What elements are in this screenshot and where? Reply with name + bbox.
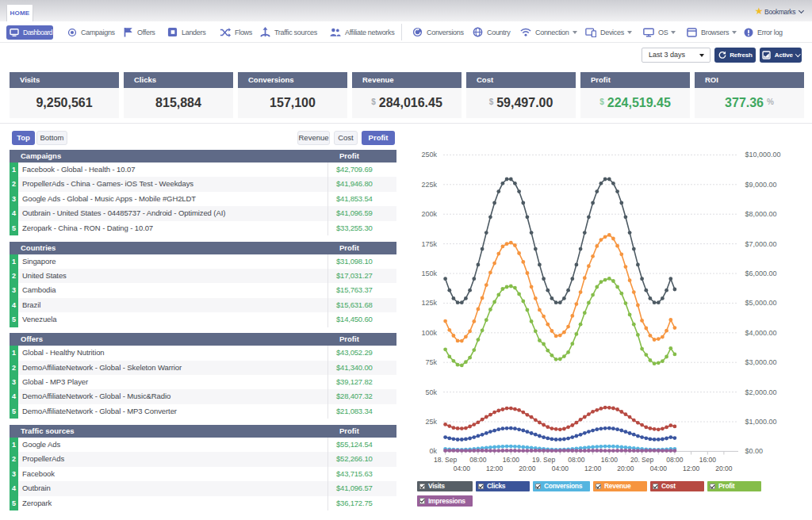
svg-text:19. Sep: 19. Sep	[532, 456, 556, 464]
svg-text:$4,000.00: $4,000.00	[745, 329, 777, 337]
svg-text:16:00: 16:00	[503, 456, 520, 464]
svg-text:$3,000.00: $3,000.00	[745, 358, 777, 366]
svg-text:$2,000.00: $2,000.00	[745, 388, 777, 396]
svg-text:20:00: 20:00	[519, 465, 536, 472]
svg-text:08:00: 08:00	[568, 456, 585, 464]
svg-text:0k: 0k	[429, 447, 437, 455]
svg-text:225k: 225k	[421, 181, 437, 189]
svg-text:18. Sep: 18. Sep	[434, 456, 458, 464]
svg-text:$10,000.00: $10,000.00	[745, 151, 781, 159]
svg-text:12:00: 12:00	[584, 465, 602, 472]
svg-text:75k: 75k	[425, 358, 437, 366]
svg-text:$1,000.00: $1,000.00	[745, 418, 777, 426]
svg-text:04:00: 04:00	[454, 465, 471, 472]
svg-text:08:00: 08:00	[469, 456, 487, 464]
svg-text:25k: 25k	[425, 418, 437, 426]
svg-text:12:00: 12:00	[683, 465, 700, 472]
svg-text:$8,000.00: $8,000.00	[745, 210, 777, 218]
svg-text:04:00: 04:00	[650, 465, 668, 472]
svg-text:04:00: 04:00	[552, 465, 569, 472]
svg-text:16:00: 16:00	[699, 456, 717, 464]
svg-text:200k: 200k	[421, 210, 437, 218]
svg-text:20:00: 20:00	[617, 465, 634, 472]
svg-text:08:00: 08:00	[666, 456, 684, 464]
svg-text:50k: 50k	[425, 388, 437, 396]
svg-text:100k: 100k	[421, 329, 437, 337]
svg-text:250k: 250k	[421, 151, 437, 159]
svg-text:20. Sep: 20. Sep	[630, 456, 654, 464]
svg-text:$5,000.00: $5,000.00	[745, 299, 777, 307]
svg-text:16:00: 16:00	[601, 456, 619, 464]
svg-text:$6,000.00: $6,000.00	[745, 270, 777, 277]
svg-text:20:00: 20:00	[715, 465, 733, 472]
svg-text:$9,000.00: $9,000.00	[745, 181, 777, 189]
svg-text:125k: 125k	[421, 299, 437, 307]
svg-text:175k: 175k	[421, 240, 437, 248]
svg-text:$0.00: $0.00	[745, 447, 764, 455]
svg-text:12:00: 12:00	[486, 465, 504, 472]
svg-text:$7,000.00: $7,000.00	[745, 240, 777, 248]
svg-text:150k: 150k	[421, 270, 437, 277]
